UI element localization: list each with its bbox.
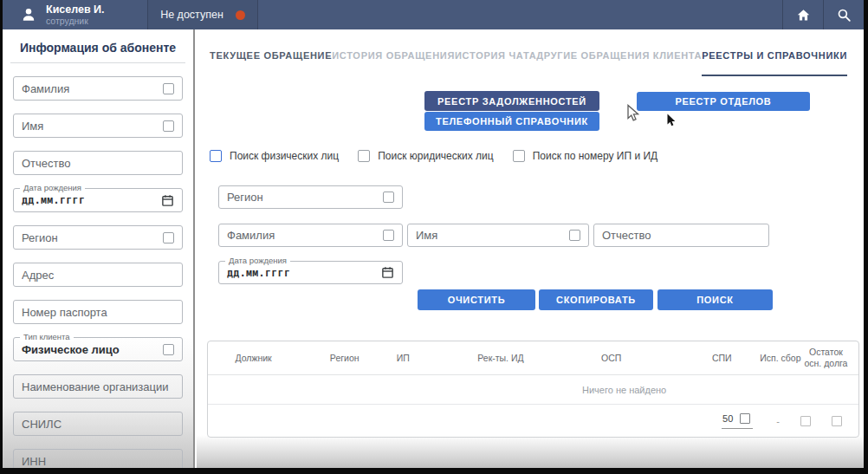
legal-entities-checkbox[interactable] (358, 150, 370, 162)
column-debtor: Должник (235, 353, 271, 363)
app-window: Киселев И. сотрудник Не доступен (0, 0, 868, 474)
field-label: СНИЛС (22, 418, 174, 431)
mouse-cursor-black (666, 114, 677, 127)
topbar: Киселев И. сотрудник Не доступен (3, 0, 864, 29)
user-profile[interactable]: Киселев И. сотрудник (3, 0, 147, 29)
column-osp: ОСП (601, 353, 621, 363)
page-size-select[interactable]: 50 (722, 413, 753, 429)
calendar-icon[interactable] (161, 194, 174, 207)
field-label: Фамилия (227, 229, 383, 242)
field-label: Имя (416, 229, 569, 242)
empty-state-text: Ничего не найдено (582, 385, 666, 395)
tab-appeal-history[interactable]: ИСТОРИЯ ОБРАЩЕНИЯ (332, 50, 455, 76)
tab-registries[interactable]: РЕЕСТРЫ И СПРАВОЧНИКИ (702, 50, 847, 76)
tab-other-client-appeals[interactable]: ДРУГИЕ ОБРАЩЕНИЯ КЛИЕНТА (536, 50, 702, 76)
field-region[interactable]: Регион (13, 225, 183, 250)
client-type-value: Физическое лицо (22, 343, 163, 356)
option-by-ip-id-number[interactable]: Поиск по номеру ИП и ИД (513, 150, 658, 162)
table-header-row: Должник Регион ИП Рек-ты. ИД ОСП СПИ Исп… (208, 341, 858, 375)
column-spi: СПИ (712, 353, 732, 363)
home-icon (795, 7, 812, 23)
field-label: Имя (22, 120, 163, 133)
departments-registry-button[interactable]: РЕЕСТР ОТДЕЛОВ (637, 92, 810, 111)
page-size-value: 50 (722, 413, 733, 424)
field-birthdate[interactable]: Дата рождения дд.мм.гггг (13, 188, 183, 212)
search-middlename-field[interactable]: Отчество (593, 224, 769, 247)
main-content: ТЕКУЩЕЕ ОБРАЩЕНИЕ ИСТОРИЯ ОБРАЩЕНИЯ ИСТО… (197, 29, 864, 468)
search-lastname-field[interactable]: Фамилия (218, 224, 403, 247)
column-region: Регион (330, 353, 360, 363)
column-requisites-id: Рек-ты. ИД (477, 353, 523, 363)
field-organization[interactable]: Наименование организации (13, 374, 183, 399)
search-birthdate-field[interactable]: Дата рождения дд.мм.гггг (218, 261, 403, 284)
search-button[interactable] (824, 0, 864, 29)
prev-page-icon (800, 416, 811, 426)
status-label: Не доступен (160, 9, 223, 21)
page-size-dropdown-icon (740, 413, 750, 424)
field-notch-label: Тип клиента (20, 333, 74, 341)
phonebook-button[interactable]: ТЕЛЕФОННЫЙ СПРАВОЧНИК (424, 112, 599, 131)
individuals-checkbox[interactable] (210, 150, 222, 162)
field-label: Отчество (602, 229, 761, 242)
field-middlename[interactable]: Отчество (13, 151, 183, 175)
field-inn[interactable]: ИНН (13, 449, 183, 468)
pagination-range: - (776, 416, 780, 426)
debts-registry-button[interactable]: РЕЕСТР ЗАДОЛЖЕННОСТЕЙ (424, 91, 599, 111)
firstname-checkbox[interactable] (163, 120, 174, 132)
search-firstname-checkbox[interactable] (569, 230, 580, 241)
field-client-type[interactable]: Тип клиента Физическое лицо (13, 337, 183, 361)
user-icon (20, 6, 37, 23)
pagination-next-button[interactable] (832, 416, 842, 426)
field-label: Регион (22, 231, 163, 244)
option-label: Поиск по номеру ИП и ИД (533, 150, 658, 162)
clear-button[interactable]: ОЧИСТИТЬ (418, 289, 535, 310)
field-passport[interactable]: Номер паспорта (13, 300, 183, 324)
sidebar-title: Информация об абоненте (3, 41, 193, 55)
field-firstname[interactable]: Имя (13, 114, 183, 138)
field-label: Номер паспорта (22, 306, 174, 319)
search-firstname-field[interactable]: Имя (407, 224, 589, 247)
app-screen: Киселев И. сотрудник Не доступен (3, 0, 864, 468)
field-label: ИНН (22, 455, 174, 468)
lastname-checkbox[interactable] (163, 83, 174, 94)
status-dot-icon (236, 10, 245, 20)
field-snils[interactable]: СНИЛС (13, 412, 183, 436)
subscriber-info-panel: Информация об абоненте Фамилия Имя Отчес… (3, 29, 195, 468)
field-notch-label: Дата рождения (20, 184, 85, 192)
topbar-spacer (258, 0, 782, 29)
copy-button[interactable]: СКОПИРОВАТЬ (539, 289, 653, 310)
table-empty-row: Ничего не найдено (208, 375, 858, 405)
search-birthdate-value: дд.мм.гггг (227, 267, 381, 279)
client-type-checkbox[interactable] (163, 344, 174, 355)
status-selector[interactable]: Не доступен (148, 0, 257, 29)
column-ip: ИП (397, 353, 410, 363)
calendar-icon[interactable] (381, 266, 394, 279)
pagination-prev-button[interactable] (800, 416, 811, 426)
field-label: Наименование организации (22, 380, 174, 393)
field-label: Фамилия (22, 82, 163, 95)
field-address[interactable]: Адрес (13, 263, 183, 287)
search-icon (836, 7, 852, 23)
field-label: Отчество (22, 157, 174, 170)
search-type-options: Поиск физических лиц Поиск юридических л… (210, 150, 657, 162)
region-checkbox[interactable] (163, 232, 174, 243)
field-label: Адрес (22, 269, 174, 282)
field-notch-label: Дата рождения (225, 256, 290, 265)
option-legal-entities[interactable]: Поиск юридических лиц (358, 150, 493, 162)
search-region-field[interactable]: Регион (218, 185, 403, 209)
option-label: Поиск юридических лиц (378, 150, 493, 162)
field-lastname[interactable]: Фамилия (13, 76, 183, 101)
tab-chat-history[interactable]: ИСТОРИЯ ЧАТА (455, 50, 536, 76)
bottom-fade (197, 435, 864, 468)
ip-id-number-checkbox[interactable] (513, 150, 525, 162)
home-button[interactable] (783, 0, 823, 29)
search-lastname-checkbox[interactable] (383, 230, 394, 241)
column-principal-balance: Остаток осн. долга (802, 347, 849, 369)
column-exec-fee: Исп. сбор (760, 353, 800, 363)
search-region-checkbox[interactable] (383, 192, 394, 203)
search-submit-button[interactable]: ПОИСК (657, 289, 773, 310)
tab-current-appeal[interactable]: ТЕКУЩЕЕ ОБРАЩЕНИЕ (210, 50, 332, 76)
results-table: Должник Регион ИП Рек-ты. ИД ОСП СПИ Исп… (207, 341, 859, 438)
option-individuals[interactable]: Поиск физических лиц (210, 150, 339, 162)
next-page-icon (832, 416, 842, 426)
